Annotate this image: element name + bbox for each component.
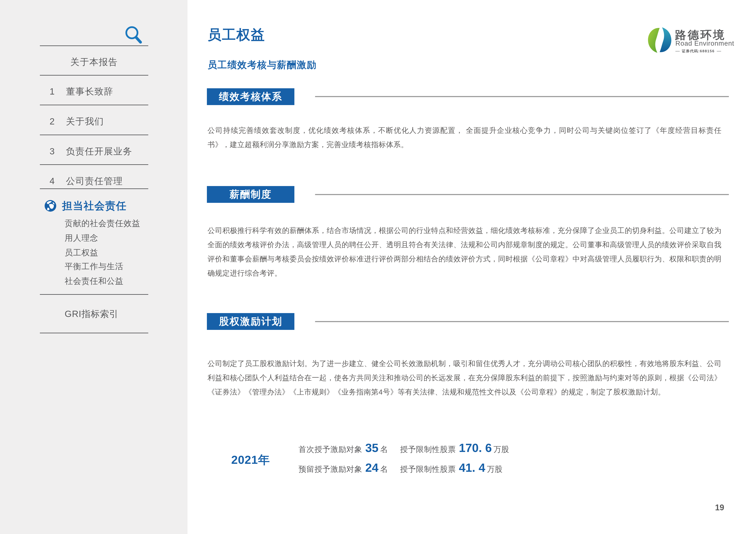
stat-unit: 名	[380, 444, 388, 455]
section-heading-performance-appraisal: 绩效考核体系	[207, 88, 294, 105]
item-label: 董事长致辞	[66, 86, 113, 97]
divider	[40, 75, 148, 76]
stat-unit: 万股	[487, 464, 502, 474]
logo-company-name-en: Road Environment	[675, 39, 734, 47]
stat-value: 35	[365, 441, 378, 455]
dash-line	[717, 51, 721, 51]
stat-label: 授予限制性股票	[400, 464, 456, 474]
section-rule-line	[315, 194, 729, 195]
sidebar-subitem-charity[interactable]: 社会责任和公益	[65, 276, 123, 287]
search-icon[interactable]	[123, 24, 144, 44]
section-body-salary-system: 公司积极推行科学有效的薪酬体系，结合市场情况，根据公司的行业特点和经营效益，细化…	[207, 223, 721, 280]
sidebar-item-gri-index[interactable]: GRI指标索引	[65, 308, 119, 320]
logo-stock-code: 证券代码:688156	[675, 49, 721, 54]
page-title: 员工权益	[207, 25, 265, 44]
item-number: 4	[50, 176, 66, 186]
divider	[40, 105, 148, 105]
section-rule-line	[315, 96, 729, 97]
item-number: 3	[50, 146, 66, 157]
sidebar-item-responsible-business[interactable]: 3 负责任开展业务	[50, 145, 132, 157]
item-label: 负责任开展业务	[66, 145, 132, 157]
dash-line	[675, 51, 680, 51]
stat-label: 首次授予激励对象	[298, 444, 362, 455]
sidebar-item-social-responsibility-active[interactable]: 担当社会责任	[44, 199, 127, 213]
section-rule-line	[315, 321, 729, 322]
stat-unit: 万股	[494, 444, 509, 455]
report-page: 关于本报告 1 董事长致辞 2 关于我们 3 负责任开展业务 4 公司责任管理	[0, 0, 756, 534]
item-number: 1	[50, 86, 66, 97]
sidebar-subitem-work-life-balance[interactable]: 平衡工作与生活	[65, 261, 123, 272]
sidebar-subitem-social-benefit[interactable]: 贡献的社会责任效益	[65, 218, 140, 229]
sidebar-subitem-talent-philosophy[interactable]: 用人理念	[65, 233, 98, 243]
active-section-label: 担当社会责任	[62, 199, 127, 213]
divider	[40, 135, 148, 135]
section-body-equity-incentive: 公司制定了员工股权激励计划。为了进一步建立、健全公司长效激励机制，吸引和留住优秀…	[207, 356, 721, 399]
divider	[40, 333, 148, 333]
stat-value: 24	[365, 461, 378, 474]
stats-row-first-grant: 首次授予激励对象 35 名 授予限制性股票 170. 6 万股	[298, 441, 509, 455]
sidebar-item-about-report[interactable]: 关于本报告	[40, 56, 148, 68]
divider	[40, 164, 148, 165]
section-heading-salary-system: 薪酬制度	[207, 186, 294, 203]
divider	[40, 294, 148, 295]
stats-row-reserved-grant: 预留授予激励对象 24 名 授予限制性股票 41. 4 万股	[298, 461, 502, 474]
stat-unit: 名	[380, 464, 388, 474]
divider	[40, 45, 148, 46]
stats-year-label: 2021年	[231, 452, 270, 468]
sidebar-item-about-us[interactable]: 2 关于我们	[50, 115, 104, 127]
globe-icon	[44, 200, 56, 212]
sidebar-item-responsibility-management[interactable]: 4 公司责任管理	[50, 175, 123, 187]
section-heading-equity-incentive: 股权激励计划	[207, 313, 294, 330]
sidebar: 关于本报告 1 董事长致辞 2 关于我们 3 负责任开展业务 4 公司责任管理	[0, 0, 187, 534]
stat-value: 170. 6	[459, 441, 492, 455]
logo-leaf-icon	[647, 27, 672, 53]
item-label: 关于我们	[66, 115, 104, 127]
stat-label: 授予限制性股票	[400, 444, 456, 455]
section-body-performance-appraisal: 公司持续完善绩效套改制度，优化绩效考核体系，不断优化人力资源配置， 全面提升企业…	[207, 123, 721, 152]
item-label: 公司责任管理	[66, 175, 123, 187]
stat-label: 预留授予激励对象	[298, 464, 362, 474]
stock-code-text: 证券代码:688156	[682, 49, 715, 54]
stat-value: 41. 4	[459, 461, 485, 474]
page-number: 19	[715, 503, 724, 512]
sidebar-item-chairman-speech[interactable]: 1 董事长致辞	[50, 86, 113, 97]
page-subtitle: 员工绩效考核与薪酬激励	[207, 59, 316, 71]
sidebar-subitem-employee-rights[interactable]: 员工权益	[65, 247, 98, 258]
divider	[40, 189, 148, 189]
item-number: 2	[50, 116, 66, 127]
